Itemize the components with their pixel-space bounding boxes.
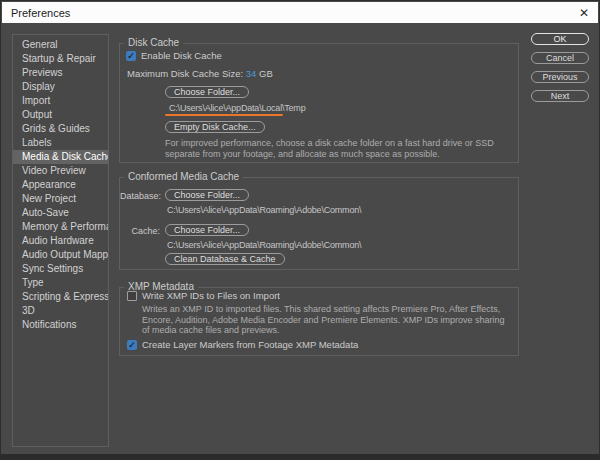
cache-path: C:\Users\Alice\AppData\Roaming\Adobe\Com…	[167, 240, 361, 250]
sidebar-item-startup-repair[interactable]: Startup & Repair	[13, 52, 108, 66]
sidebar-item-type[interactable]: Type	[13, 276, 108, 290]
sidebar-item-output[interactable]: Output	[13, 108, 108, 122]
sidebar-item-audio-output-mapping[interactable]: Audio Output Mapping	[13, 248, 108, 262]
cancel-button[interactable]: Cancel	[531, 52, 589, 64]
sidebar-item-appearance[interactable]: Appearance	[13, 178, 108, 192]
conformed-media-cache-group: Conformed Media Cache Database: Choose F…	[119, 177, 519, 270]
conformed-group-title: Conformed Media Cache	[124, 171, 243, 182]
write-xmp-ids-checkbox[interactable]	[127, 291, 137, 301]
window-bottom-edge	[1, 454, 599, 459]
max-disk-cache-size-unit: GB	[259, 68, 273, 79]
sidebar-item-media-disk-cache[interactable]: Media & Disk Cache	[13, 150, 108, 164]
sidebar-item-general[interactable]: General	[13, 38, 108, 52]
preferences-dialog: Preferences ✕ GeneralStartup & RepairPre…	[0, 0, 600, 460]
sidebar-item-grids-guides[interactable]: Grids & Guides	[13, 122, 108, 136]
disk-cache-group: Disk Cache ✓ Enable Disk Cache Maximum D…	[119, 43, 519, 163]
sidebar-item-new-project[interactable]: New Project	[13, 192, 108, 206]
enable-disk-cache-checkbox[interactable]: ✓	[126, 51, 136, 61]
path-highlight-underline	[165, 114, 283, 116]
enable-disk-cache-label[interactable]: Enable Disk Cache	[141, 50, 222, 61]
write-xmp-ids-label[interactable]: Write XMP IDs to Files on Import	[142, 290, 280, 301]
cache-choose-folder-button[interactable]: Choose Folder...	[165, 224, 249, 236]
sidebar-item-audio-hardware[interactable]: Audio Hardware	[13, 234, 108, 248]
sidebar-item-sync-settings[interactable]: Sync Settings	[13, 262, 108, 276]
disk-cache-note: For improved performance, choose a disk …	[165, 138, 515, 159]
checkmark-icon: ✓	[127, 340, 137, 350]
title-bar: Preferences ✕	[2, 2, 598, 23]
sidebar-item-import[interactable]: Import	[13, 94, 108, 108]
sidebar-item-scripting-expressions[interactable]: Scripting & Expressions	[13, 290, 108, 304]
disk-cache-folder-path: C:\Users\Alice\AppData\Local\Temp	[169, 103, 305, 113]
sidebar-list: GeneralStartup & RepairPreviewsDisplayIm…	[12, 34, 109, 447]
empty-disk-cache-button[interactable]: Empty Disk Cache...	[165, 121, 265, 133]
checkmark-icon: ✓	[126, 51, 136, 61]
database-label: Database:	[120, 191, 160, 201]
create-layer-markers-checkbox[interactable]: ✓	[127, 340, 137, 350]
disk-cache-choose-folder-button[interactable]: Choose Folder...	[165, 86, 249, 98]
previous-button[interactable]: Previous	[531, 71, 589, 83]
cache-label: Cache:	[120, 226, 160, 236]
clean-database-cache-button[interactable]: Clean Database & Cache	[165, 253, 285, 265]
sidebar-item-3d[interactable]: 3D	[13, 304, 108, 318]
ok-button[interactable]: OK	[531, 33, 589, 45]
sidebar-item-display[interactable]: Display	[13, 80, 108, 94]
create-layer-markers-label[interactable]: Create Layer Markers from Footage XMP Me…	[142, 339, 358, 350]
xmp-metadata-group: XMP Metadata Write XMP IDs to Files on I…	[119, 287, 519, 356]
sidebar-item-auto-save[interactable]: Auto-Save	[13, 206, 108, 220]
sidebar-item-memory-performance[interactable]: Memory & Performance	[13, 220, 108, 234]
sidebar-item-labels[interactable]: Labels	[13, 136, 108, 150]
database-choose-folder-button[interactable]: Choose Folder...	[165, 189, 249, 201]
sidebar-item-previews[interactable]: Previews	[13, 66, 108, 80]
next-button[interactable]: Next	[531, 90, 589, 102]
sidebar-item-video-preview[interactable]: Video Preview	[13, 164, 108, 178]
max-disk-cache-size-row: Maximum Disk Cache Size: 34 GB	[127, 68, 273, 79]
sidebar-item-notifications[interactable]: Notifications	[13, 318, 108, 332]
dialog-title: Preferences	[11, 7, 70, 19]
max-disk-cache-size-label: Maximum Disk Cache Size:	[127, 68, 243, 79]
max-disk-cache-size-value[interactable]: 34	[246, 68, 257, 79]
disk-cache-group-title: Disk Cache	[124, 37, 183, 48]
xmp-note: Writes an XMP ID to imported files. This…	[142, 304, 510, 336]
database-path: C:\Users\Alice\AppData\Roaming\Adobe\Com…	[167, 205, 361, 215]
close-icon[interactable]: ✕	[579, 7, 589, 19]
